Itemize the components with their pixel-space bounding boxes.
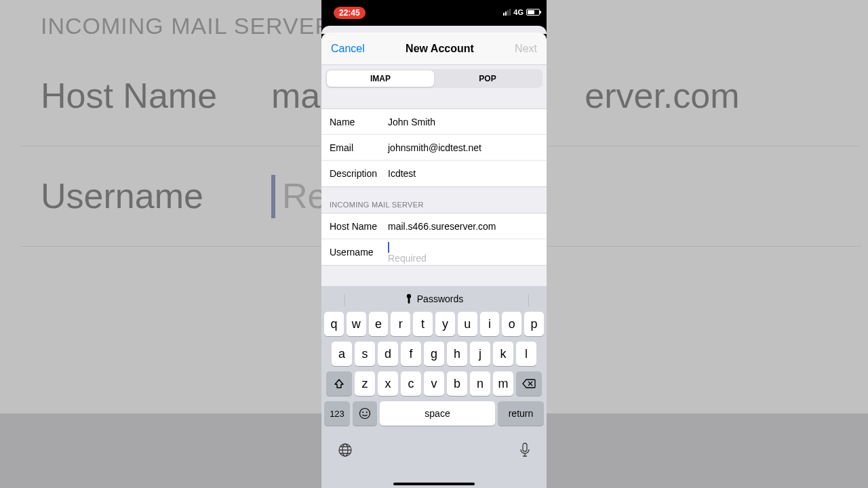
key-x[interactable]: x — [378, 371, 398, 396]
email-field[interactable]: johnsmith@icdtest.net — [388, 142, 538, 153]
key-q[interactable]: q — [324, 312, 344, 336]
incoming-server-group: Host Name mail.s466.sureserver.com Usern… — [321, 213, 547, 266]
keyboard-row-4: 123 space return — [324, 401, 544, 426]
svg-point-3 — [362, 411, 363, 413]
key-i[interactable]: i — [480, 312, 500, 336]
mic-icon — [519, 443, 530, 458]
key-r[interactable]: r — [391, 312, 410, 336]
key-u[interactable]: u — [458, 312, 477, 336]
keyboard-row-1: qwertyuiop — [324, 312, 544, 336]
key-w[interactable]: w — [347, 312, 366, 336]
username-row: Username — [321, 239, 547, 265]
svg-rect-7 — [523, 443, 527, 451]
svg-rect-1 — [408, 298, 410, 304]
key-m[interactable]: m — [493, 371, 513, 396]
key-z[interactable]: z — [355, 371, 375, 396]
username-field[interactable] — [388, 241, 538, 263]
svg-point-4 — [366, 411, 368, 413]
onscreen-keyboard[interactable]: Passwords qwertyuiop asdfghjkl zxcvbnm 1… — [321, 286, 547, 488]
hostname-field[interactable]: mail.s466.sureserver.com — [388, 221, 538, 232]
name-row: Name John Smith — [321, 109, 547, 135]
key-o[interactable]: o — [502, 312, 521, 336]
phone-frame: 22:45 4G Cancel New Account Next IMAP PO… — [321, 0, 547, 488]
dictation-key[interactable] — [519, 443, 530, 458]
status-time-recording: 22:45 — [334, 7, 366, 19]
description-label: Description — [330, 168, 388, 179]
emoji-icon — [359, 407, 371, 420]
shift-key[interactable] — [326, 371, 352, 396]
key-c[interactable]: c — [401, 371, 421, 396]
key-f[interactable]: f — [401, 342, 421, 366]
key-k[interactable]: k — [493, 342, 513, 366]
key-n[interactable]: n — [470, 371, 490, 396]
keyboard-bottom-bar — [321, 434, 547, 466]
hostname-label: Host Name — [330, 221, 388, 232]
svg-point-2 — [360, 409, 370, 419]
key-l[interactable]: l — [516, 342, 536, 366]
key-p[interactable]: p — [524, 312, 544, 336]
key-t[interactable]: t — [413, 312, 433, 336]
key-d[interactable]: d — [378, 342, 398, 366]
username-label: Username — [330, 247, 388, 258]
protocol-segmented-control[interactable]: IMAP POP — [326, 69, 542, 88]
name-field[interactable]: John Smith — [388, 117, 538, 127]
segment-imap[interactable]: IMAP — [327, 70, 434, 87]
network-label: 4G — [513, 8, 524, 16]
name-label: Name — [330, 117, 388, 127]
cancel-button[interactable]: Cancel — [331, 43, 365, 55]
username-input[interactable] — [388, 253, 538, 264]
globe-icon — [338, 443, 353, 458]
incoming-section-header: INCOMING MAIL SERVER — [321, 187, 547, 213]
space-key[interactable]: space — [380, 401, 495, 426]
sheet-navbar: Cancel New Account Next — [321, 33, 547, 65]
identity-group: Name John Smith Email johnsmith@icdtest.… — [321, 108, 547, 187]
globe-key[interactable] — [338, 443, 353, 458]
next-button[interactable]: Next — [515, 43, 537, 55]
key-e[interactable]: e — [369, 312, 389, 336]
hostname-row: Host Name mail.s466.sureserver.com — [321, 214, 547, 239]
keyboard-row-2: asdfghjkl — [324, 342, 544, 366]
segment-pop[interactable]: POP — [434, 70, 541, 87]
backspace-key[interactable] — [516, 371, 542, 396]
key-a[interactable]: a — [332, 342, 352, 366]
key-s[interactable]: s — [355, 342, 375, 366]
key-j[interactable]: j — [470, 342, 490, 366]
key-b[interactable]: b — [447, 371, 467, 396]
emoji-key[interactable] — [353, 401, 377, 426]
key-h[interactable]: h — [447, 342, 467, 366]
email-row: Email johnsmith@icdtest.net — [321, 135, 547, 161]
battery-icon — [526, 9, 540, 16]
shift-icon — [334, 378, 344, 389]
signal-bars-icon — [503, 9, 511, 16]
return-key[interactable]: return — [498, 401, 544, 426]
backspace-icon — [522, 379, 536, 388]
home-indicator[interactable] — [393, 483, 475, 485]
new-account-sheet: Cancel New Account Next IMAP POP Name Jo… — [321, 33, 547, 488]
status-bar: 22:45 4G — [321, 0, 547, 26]
key-g[interactable]: g — [424, 342, 444, 366]
autofill-passwords-label: Passwords — [417, 293, 463, 304]
key-icon — [405, 293, 413, 304]
sheet-title: New Account — [406, 43, 474, 55]
key-y[interactable]: y — [435, 312, 455, 336]
key-v[interactable]: v — [424, 371, 444, 396]
description-row: Description Icdtest — [321, 161, 547, 186]
email-label: Email — [330, 142, 388, 153]
numeric-key[interactable]: 123 — [324, 401, 350, 426]
autofill-bar[interactable]: Passwords — [321, 286, 547, 312]
description-field[interactable]: Icdtest — [388, 168, 538, 179]
keyboard-row-3: zxcvbnm — [324, 371, 544, 396]
text-cursor-icon — [388, 242, 389, 253]
